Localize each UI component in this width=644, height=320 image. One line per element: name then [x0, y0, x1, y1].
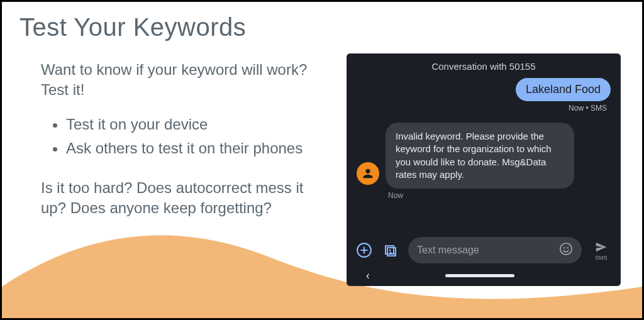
sent-message-bubble: Lakeland Food [516, 78, 611, 101]
add-attachment-button[interactable] [355, 241, 373, 259]
svg-point-6 [567, 247, 569, 248]
image-icon [383, 243, 398, 258]
home-pill[interactable] [445, 274, 514, 277]
contact-avatar [357, 162, 379, 185]
received-message-meta: Now [388, 191, 611, 200]
svg-point-4 [560, 243, 572, 255]
conversation-header: Conversation with 50155 [347, 53, 621, 78]
android-navbar: ‹ [347, 265, 621, 286]
slide-title: Test Your Keywords [19, 13, 246, 41]
compose-bar: Text message SMS [347, 237, 621, 263]
message-input[interactable]: Text message [408, 237, 582, 263]
svg-point-5 [564, 247, 565, 248]
person-icon [361, 167, 375, 180]
received-message-row: Invalid keyword. Please provide the keyw… [357, 123, 611, 189]
emoji-icon [559, 242, 573, 256]
message-input-placeholder: Text message [417, 245, 553, 256]
sent-message-meta: Now • SMS [357, 104, 607, 113]
slide-body: Want to know if your keyword will work? … [41, 60, 311, 218]
messages-area: Lakeland Food Now • SMS Invalid keyword.… [347, 78, 621, 200]
closing-text: Is it too hard? Does autocorrect mess it… [41, 178, 311, 219]
bullet-list: Test it on your device Ask others to tes… [41, 114, 311, 159]
received-message-bubble: Invalid keyword. Please provide the keyw… [386, 123, 574, 189]
send-label: SMS [595, 255, 608, 261]
emoji-button[interactable] [559, 242, 573, 258]
intro-text: Want to know if your keyword will work? … [41, 60, 311, 101]
send-icon [594, 240, 608, 254]
svg-point-3 [389, 250, 391, 251]
sent-message-row: Lakeland Food [357, 78, 611, 101]
send-button[interactable]: SMS [591, 240, 612, 261]
back-button[interactable]: ‹ [366, 269, 369, 282]
list-item: Test it on your device [66, 114, 311, 135]
phone-screenshot: Conversation with 50155 Lakeland Food No… [347, 53, 621, 286]
list-item: Ask others to test it on their phones [66, 138, 311, 158]
slide: Test Your Keywords Want to know if your … [0, 0, 644, 320]
gallery-button[interactable] [382, 241, 399, 259]
plus-circle-icon [356, 242, 372, 258]
